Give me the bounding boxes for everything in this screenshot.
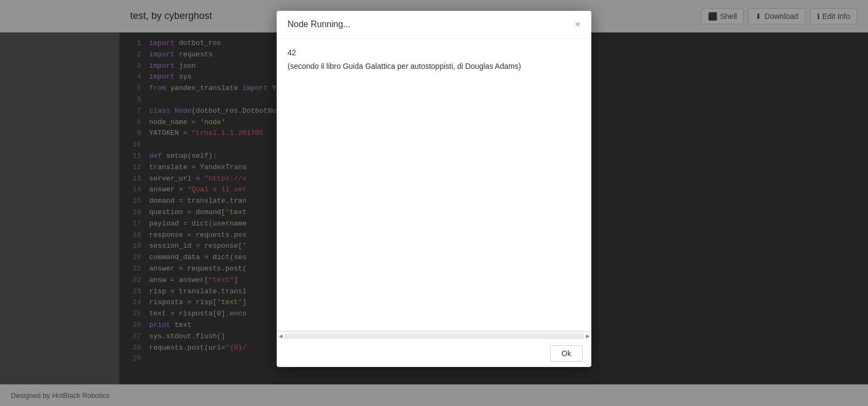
scroll-track	[284, 333, 584, 339]
ok-button[interactable]: Ok	[550, 345, 583, 362]
modal-overlay: Node Running... × 42 (secondo il libro G…	[0, 0, 868, 406]
scroll-left-arrow[interactable]: ◀	[277, 332, 284, 340]
modal-header: Node Running... ×	[277, 11, 591, 38]
modal-title: Node Running...	[288, 20, 350, 29]
modal-footer: Ok	[277, 340, 591, 367]
modal-close-button[interactable]: ×	[575, 20, 580, 29]
output-line-1: 42	[288, 47, 580, 59]
modal-horizontal-scrollbar[interactable]: ◀ ▶	[277, 331, 591, 340]
scroll-right-arrow[interactable]: ▶	[584, 332, 591, 340]
modal-dialog: Node Running... × 42 (secondo il libro G…	[277, 11, 591, 367]
output-line-2: (secondo il libro Guida Galattica per au…	[288, 61, 580, 72]
modal-body: 42 (secondo il libro Guida Galattica per…	[277, 38, 591, 331]
